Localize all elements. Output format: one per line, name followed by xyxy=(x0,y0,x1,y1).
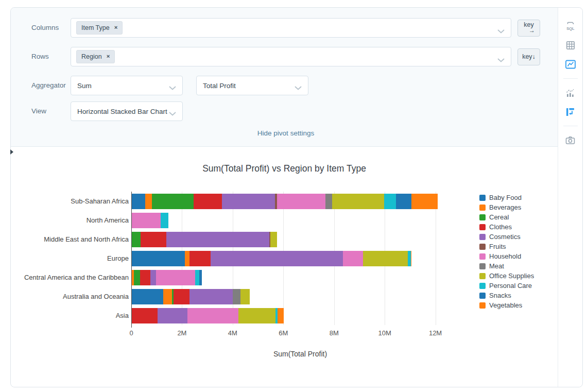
legend-item[interactable]: Fruits xyxy=(479,242,558,251)
bar-segment[interactable] xyxy=(174,289,189,304)
legend-label: Personal Care xyxy=(489,282,532,289)
chart-image-icon[interactable] xyxy=(564,58,577,71)
bar-segment[interactable] xyxy=(363,251,408,266)
bar-segment[interactable] xyxy=(233,289,241,304)
tag-region[interactable]: Region × xyxy=(76,50,115,63)
legend-swatch xyxy=(479,214,486,220)
legend-item[interactable]: Vegetables xyxy=(479,300,558,310)
bar-segment[interactable] xyxy=(132,289,163,304)
bar-segment[interactable] xyxy=(332,194,385,209)
columns-key-button[interactable]: key → xyxy=(517,20,540,37)
tag-item-type[interactable]: Item Type × xyxy=(76,21,123,35)
legend-label: Fruits xyxy=(489,243,506,250)
chevron-right-icon xyxy=(10,149,13,155)
legend-swatch xyxy=(479,302,486,309)
aggregator-field-select[interactable]: Total Profit xyxy=(196,76,308,95)
bar-segment[interactable] xyxy=(194,194,222,209)
sql-icon[interactable]: SQL xyxy=(564,20,577,32)
bar-row xyxy=(132,232,469,247)
bar-segment[interactable] xyxy=(238,308,275,323)
bar-segment[interactable] xyxy=(278,308,283,323)
bar-segment[interactable] xyxy=(411,251,411,266)
collapse-handle[interactable] xyxy=(10,146,15,158)
legend-item[interactable]: Cereal xyxy=(479,212,558,222)
legend-item[interactable]: Snacks xyxy=(479,291,558,300)
bar-segment[interactable] xyxy=(150,270,156,285)
legend-label: Snacks xyxy=(489,292,511,299)
bar-segment[interactable] xyxy=(277,194,326,209)
bar-segment[interactable] xyxy=(166,232,269,247)
legend-item[interactable]: Baby Food xyxy=(479,193,558,202)
bar-segment[interactable] xyxy=(411,194,438,209)
bar-segment[interactable] xyxy=(132,194,145,209)
combo-chart-icon[interactable] xyxy=(564,87,577,99)
tag-label: Item Type xyxy=(81,24,110,31)
columns-select[interactable]: Item Type × xyxy=(71,18,511,38)
legend-swatch xyxy=(479,283,486,289)
columns-label: Columns xyxy=(31,18,71,38)
legend-swatch xyxy=(479,224,486,230)
hide-pivot-settings-link[interactable]: Hide pivot settings xyxy=(257,129,314,137)
tag-label: Region xyxy=(81,53,102,60)
y-category-label: North America xyxy=(87,211,129,230)
close-icon[interactable]: × xyxy=(114,25,118,31)
legend-item[interactable]: Household xyxy=(479,251,558,261)
bar-segment[interactable] xyxy=(132,232,141,247)
rows-key-button[interactable]: key↓ xyxy=(517,48,540,65)
legend-item[interactable]: Meat xyxy=(479,261,558,271)
bar-segment[interactable] xyxy=(163,289,171,304)
bar-segment[interactable] xyxy=(189,289,233,304)
bar-segment[interactable] xyxy=(156,270,195,285)
legend-label: Clothes xyxy=(489,223,512,231)
bar-segment[interactable] xyxy=(222,194,274,209)
rows-label: Rows xyxy=(31,47,71,66)
chart-legend: Baby FoodBeveragesCerealClothesCosmetics… xyxy=(469,192,558,372)
table-icon[interactable] xyxy=(564,39,577,52)
bar-segment[interactable] xyxy=(384,194,396,209)
bar-segment[interactable] xyxy=(325,194,332,209)
bar-segment[interactable] xyxy=(132,251,185,266)
chevron-down-icon xyxy=(497,26,505,36)
aggregator-select[interactable]: Sum xyxy=(71,76,183,95)
bar-segment[interactable] xyxy=(158,308,187,323)
legend-item[interactable]: Office Supplies xyxy=(479,271,558,281)
bar-segment[interactable] xyxy=(343,251,363,266)
right-toolbar: SQL xyxy=(558,8,582,387)
close-icon[interactable]: × xyxy=(107,54,110,60)
camera-icon[interactable] xyxy=(564,134,577,146)
rows-select[interactable]: Region × xyxy=(71,47,511,66)
app-panel: Columns Item Type × key → xyxy=(10,7,583,387)
bar-segment[interactable] xyxy=(396,194,411,209)
legend-swatch xyxy=(479,273,486,279)
legend-item[interactable]: Clothes xyxy=(479,222,558,232)
bar-segment[interactable] xyxy=(187,308,238,323)
bar-segment[interactable] xyxy=(134,270,140,285)
bar-segment[interactable] xyxy=(270,232,277,247)
bar-segment[interactable] xyxy=(140,270,150,285)
bar-segment[interactable] xyxy=(132,213,161,228)
main-content: Columns Item Type × key → xyxy=(11,8,558,387)
legend-label: Meat xyxy=(489,262,504,270)
bar-segment[interactable] xyxy=(199,270,202,285)
bar-segment[interactable] xyxy=(189,251,211,266)
view-select[interactable]: Horizontal Stacked Bar Chart xyxy=(71,101,183,121)
bar-segment[interactable] xyxy=(141,232,166,247)
y-category-label: Asia xyxy=(116,306,129,325)
columns-row: Columns Item Type × key → xyxy=(31,18,540,38)
bar-segment[interactable] xyxy=(161,213,168,228)
legend-swatch xyxy=(479,293,486,299)
bar-segment[interactable] xyxy=(211,251,343,266)
legend-item[interactable]: Cosmetics xyxy=(479,232,558,242)
bar-segment[interactable] xyxy=(240,289,250,304)
chevron-down-icon xyxy=(497,55,505,64)
bar-segment[interactable] xyxy=(132,308,158,323)
pivot-icon[interactable] xyxy=(564,106,577,118)
x-tick-label: 8M xyxy=(330,329,339,337)
bar-segment[interactable] xyxy=(195,270,199,285)
bar-segment[interactable] xyxy=(145,194,152,209)
legend-item[interactable]: Beverages xyxy=(479,202,558,212)
legend-item[interactable]: Personal Care xyxy=(479,281,558,291)
x-tick-label: 12M xyxy=(429,329,442,337)
bar-segment[interactable] xyxy=(185,251,189,266)
bar-segment[interactable] xyxy=(152,194,194,209)
